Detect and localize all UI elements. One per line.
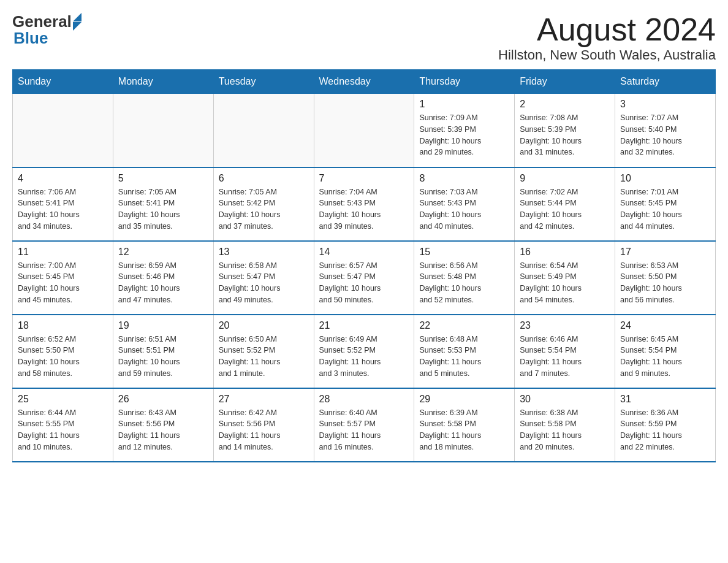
day-number: 25 [18, 394, 108, 405]
day-number: 3 [620, 99, 710, 110]
day-info: Sunrise: 7:04 AM Sunset: 5:43 PM Dayligh… [319, 186, 409, 232]
table-row: 17Sunrise: 6:53 AM Sunset: 5:50 PM Dayli… [615, 241, 716, 315]
table-row: 20Sunrise: 6:50 AM Sunset: 5:52 PM Dayli… [213, 315, 314, 388]
day-number: 5 [118, 173, 208, 184]
header-wednesday: Wednesday [314, 70, 414, 94]
day-number: 31 [620, 394, 710, 405]
logo-blue-text: Blue [13, 29, 82, 48]
table-row: 28Sunrise: 6:40 AM Sunset: 5:57 PM Dayli… [314, 388, 414, 462]
day-number: 7 [319, 173, 409, 184]
day-info: Sunrise: 6:39 AM Sunset: 5:58 PM Dayligh… [419, 407, 509, 453]
table-row: 15Sunrise: 6:56 AM Sunset: 5:48 PM Dayli… [414, 241, 515, 315]
day-info: Sunrise: 6:43 AM Sunset: 5:56 PM Dayligh… [118, 407, 208, 453]
table-row: 29Sunrise: 6:39 AM Sunset: 5:58 PM Dayli… [414, 388, 515, 462]
day-info: Sunrise: 7:07 AM Sunset: 5:40 PM Dayligh… [620, 112, 710, 158]
header-monday: Monday [113, 70, 213, 94]
day-number: 16 [520, 247, 610, 258]
table-row: 10Sunrise: 7:01 AM Sunset: 5:45 PM Dayli… [615, 167, 716, 241]
table-row: 1Sunrise: 7:09 AM Sunset: 5:39 PM Daylig… [414, 94, 515, 167]
day-number: 2 [520, 99, 610, 110]
header-thursday: Thursday [414, 70, 515, 94]
day-number: 17 [620, 247, 710, 258]
day-number: 15 [419, 247, 509, 258]
day-number: 29 [419, 394, 509, 405]
calendar-week-row: 4Sunrise: 7:06 AM Sunset: 5:41 PM Daylig… [13, 167, 716, 241]
table-row: 25Sunrise: 6:44 AM Sunset: 5:55 PM Dayli… [13, 388, 113, 462]
day-number: 10 [620, 173, 710, 184]
day-info: Sunrise: 6:45 AM Sunset: 5:54 PM Dayligh… [620, 334, 710, 380]
day-number: 28 [319, 394, 409, 405]
day-number: 27 [219, 394, 309, 405]
day-info: Sunrise: 7:03 AM Sunset: 5:43 PM Dayligh… [419, 186, 509, 232]
table-row: 7Sunrise: 7:04 AM Sunset: 5:43 PM Daylig… [314, 167, 414, 241]
calendar-week-row: 1Sunrise: 7:09 AM Sunset: 5:39 PM Daylig… [13, 94, 716, 167]
day-info: Sunrise: 6:46 AM Sunset: 5:54 PM Dayligh… [520, 334, 610, 380]
day-info: Sunrise: 6:58 AM Sunset: 5:47 PM Dayligh… [219, 260, 309, 306]
day-number: 30 [520, 394, 610, 405]
table-row: 13Sunrise: 6:58 AM Sunset: 5:47 PM Dayli… [213, 241, 314, 315]
day-number: 11 [18, 247, 108, 258]
day-info: Sunrise: 6:44 AM Sunset: 5:55 PM Dayligh… [18, 407, 108, 453]
day-number: 21 [319, 320, 409, 331]
day-info: Sunrise: 6:52 AM Sunset: 5:50 PM Dayligh… [18, 334, 108, 380]
table-row [314, 94, 414, 167]
day-number: 26 [118, 394, 208, 405]
day-info: Sunrise: 7:08 AM Sunset: 5:39 PM Dayligh… [520, 112, 610, 158]
day-number: 19 [118, 320, 208, 331]
table-row: 23Sunrise: 6:46 AM Sunset: 5:54 PM Dayli… [515, 315, 615, 388]
table-row: 9Sunrise: 7:02 AM Sunset: 5:44 PM Daylig… [515, 167, 615, 241]
table-row: 5Sunrise: 7:05 AM Sunset: 5:41 PM Daylig… [113, 167, 213, 241]
table-row: 2Sunrise: 7:08 AM Sunset: 5:39 PM Daylig… [515, 94, 615, 167]
table-row: 12Sunrise: 6:59 AM Sunset: 5:46 PM Dayli… [113, 241, 213, 315]
day-info: Sunrise: 6:53 AM Sunset: 5:50 PM Dayligh… [620, 260, 710, 306]
table-row: 22Sunrise: 6:48 AM Sunset: 5:53 PM Dayli… [414, 315, 515, 388]
header-tuesday: Tuesday [213, 70, 314, 94]
day-info: Sunrise: 6:51 AM Sunset: 5:51 PM Dayligh… [118, 334, 208, 380]
table-row: 3Sunrise: 7:07 AM Sunset: 5:40 PM Daylig… [615, 94, 716, 167]
table-row: 24Sunrise: 6:45 AM Sunset: 5:54 PM Dayli… [615, 315, 716, 388]
day-info: Sunrise: 7:09 AM Sunset: 5:39 PM Dayligh… [419, 112, 509, 158]
day-number: 24 [620, 320, 710, 331]
day-info: Sunrise: 6:59 AM Sunset: 5:46 PM Dayligh… [118, 260, 208, 306]
day-info: Sunrise: 6:38 AM Sunset: 5:58 PM Dayligh… [520, 407, 610, 453]
table-row: 11Sunrise: 7:00 AM Sunset: 5:45 PM Dayli… [13, 241, 113, 315]
table-row: 8Sunrise: 7:03 AM Sunset: 5:43 PM Daylig… [414, 167, 515, 241]
day-info: Sunrise: 7:06 AM Sunset: 5:41 PM Dayligh… [18, 186, 108, 232]
table-row: 16Sunrise: 6:54 AM Sunset: 5:49 PM Dayli… [515, 241, 615, 315]
page-header: General Blue August 2024 Hillston, New S… [12, 12, 716, 63]
calendar-header-row: Sunday Monday Tuesday Wednesday Thursday… [13, 70, 716, 94]
day-number: 22 [419, 320, 509, 331]
day-number: 12 [118, 247, 208, 258]
calendar-week-row: 11Sunrise: 7:00 AM Sunset: 5:45 PM Dayli… [13, 241, 716, 315]
day-number: 18 [18, 320, 108, 331]
day-info: Sunrise: 6:56 AM Sunset: 5:48 PM Dayligh… [419, 260, 509, 306]
table-row [13, 94, 113, 167]
table-row: 21Sunrise: 6:49 AM Sunset: 5:52 PM Dayli… [314, 315, 414, 388]
table-row: 4Sunrise: 7:06 AM Sunset: 5:41 PM Daylig… [13, 167, 113, 241]
day-number: 4 [18, 173, 108, 184]
calendar-week-row: 25Sunrise: 6:44 AM Sunset: 5:55 PM Dayli… [13, 388, 716, 462]
day-info: Sunrise: 6:36 AM Sunset: 5:59 PM Dayligh… [620, 407, 710, 453]
header-sunday: Sunday [13, 70, 113, 94]
calendar-table: Sunday Monday Tuesday Wednesday Thursday… [12, 69, 716, 462]
table-row: 30Sunrise: 6:38 AM Sunset: 5:58 PM Dayli… [515, 388, 615, 462]
table-row: 19Sunrise: 6:51 AM Sunset: 5:51 PM Dayli… [113, 315, 213, 388]
table-row: 26Sunrise: 6:43 AM Sunset: 5:56 PM Dayli… [113, 388, 213, 462]
table-row: 31Sunrise: 6:36 AM Sunset: 5:59 PM Dayli… [615, 388, 716, 462]
day-info: Sunrise: 7:00 AM Sunset: 5:45 PM Dayligh… [18, 260, 108, 306]
day-number: 8 [419, 173, 509, 184]
table-row: 6Sunrise: 7:05 AM Sunset: 5:42 PM Daylig… [213, 167, 314, 241]
day-number: 6 [219, 173, 309, 184]
day-info: Sunrise: 6:50 AM Sunset: 5:52 PM Dayligh… [219, 334, 309, 380]
logo: General Blue [12, 12, 82, 48]
day-number: 1 [419, 99, 509, 110]
day-info: Sunrise: 7:02 AM Sunset: 5:44 PM Dayligh… [520, 186, 610, 232]
month-title: August 2024 [498, 12, 716, 47]
day-number: 14 [319, 247, 409, 258]
table-row: 27Sunrise: 6:42 AM Sunset: 5:56 PM Dayli… [213, 388, 314, 462]
day-number: 20 [219, 320, 309, 331]
table-row [213, 94, 314, 167]
day-info: Sunrise: 7:05 AM Sunset: 5:41 PM Dayligh… [118, 186, 208, 232]
day-info: Sunrise: 6:48 AM Sunset: 5:53 PM Dayligh… [419, 334, 509, 380]
title-section: August 2024 Hillston, New South Wales, A… [498, 12, 716, 63]
